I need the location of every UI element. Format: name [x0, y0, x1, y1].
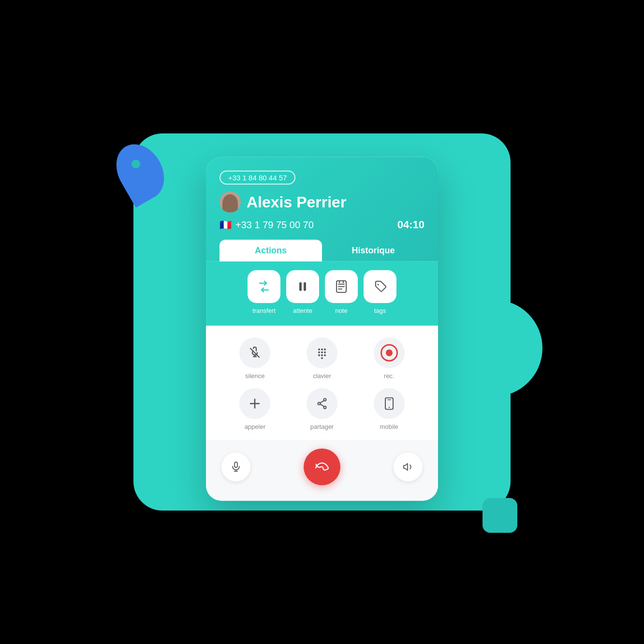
svg-point-18 [388, 407, 389, 408]
caller-name: Alexis Perrier [247, 193, 346, 211]
mobile-icon-wrap [374, 388, 405, 419]
hangup-button[interactable] [304, 449, 340, 485]
keypad-icon-wrap [307, 337, 337, 368]
phone-header: +33 1 84 80 44 57 Alexis Perrier 🇫🇷 +33 … [206, 157, 438, 262]
speaker-icon [402, 461, 414, 473]
pause-icon [295, 279, 310, 294]
keypad-icon [316, 347, 328, 359]
mobile-label: mobile [380, 423, 398, 430]
action-transfert[interactable]: transfert [248, 270, 280, 314]
plus-icon-wrap [239, 388, 270, 419]
svg-point-16 [323, 406, 326, 409]
sec-clavier[interactable]: clavier [307, 337, 337, 380]
svg-rect-19 [234, 462, 237, 468]
call-info-row: 🇫🇷 +33 1 79 75 00 70 04:10 [220, 219, 424, 233]
secondary-grid: silence [221, 337, 423, 430]
svg-point-8 [321, 351, 323, 353]
record-icon-wrap [374, 337, 405, 368]
tag-icon-wrap [364, 270, 396, 303]
deco-halfcircle-right [484, 300, 542, 396]
call-controls [206, 440, 438, 501]
svg-point-12 [324, 354, 326, 356]
action-attente[interactable]: attente [286, 270, 319, 314]
svg-point-6 [324, 349, 326, 351]
tags-label: tags [374, 307, 386, 314]
scene: +33 1 84 80 44 57 Alexis Perrier 🇫🇷 +33 … [0, 0, 644, 644]
svg-point-9 [324, 351, 326, 353]
mic-off-icon-wrap [239, 337, 270, 368]
plus-icon [249, 397, 261, 410]
deco-dot-topleft [132, 160, 140, 168]
note-label: note [335, 307, 347, 314]
note-icon [335, 279, 348, 294]
tab-historique[interactable]: Historique [322, 240, 424, 262]
rec-label: rec. [384, 372, 395, 380]
mobile-icon [384, 397, 395, 410]
sec-silence[interactable]: silence [239, 337, 270, 380]
share-icon [316, 397, 328, 410]
sec-rec[interactable]: rec. [374, 337, 405, 380]
tab-actions[interactable]: Actions [220, 240, 322, 262]
mic-icon [230, 461, 242, 473]
transfer-icon [257, 279, 271, 294]
svg-point-4 [318, 349, 320, 351]
secondary-section: silence [206, 326, 438, 440]
appeler-label: appeler [245, 423, 265, 430]
svg-point-5 [321, 349, 323, 351]
call-timer: 04:10 [397, 219, 424, 231]
caller-row: Alexis Perrier [220, 191, 424, 213]
svg-point-10 [318, 354, 320, 356]
svg-point-3 [378, 284, 379, 285]
tabs-row: Actions Historique [220, 240, 424, 262]
svg-point-7 [318, 351, 320, 353]
svg-rect-0 [299, 282, 302, 291]
action-note[interactable]: note [325, 270, 358, 314]
note-icon-wrap [325, 270, 358, 303]
phone-number-badge: +33 1 84 80 44 57 [220, 171, 295, 185]
sec-appeler[interactable]: appeler [239, 388, 270, 430]
tag-icon [373, 280, 387, 293]
share-icon-wrap [307, 388, 337, 419]
silence-label: silence [245, 372, 264, 380]
mic-off-icon [249, 347, 261, 359]
transfer-icon-wrap [248, 270, 280, 303]
transfert-label: transfert [252, 307, 276, 314]
svg-point-11 [321, 354, 323, 356]
actions-grid: transfert attente [216, 270, 428, 314]
mic-button[interactable] [221, 453, 250, 482]
record-icon [381, 344, 398, 362]
pause-icon-wrap [286, 270, 319, 303]
svg-rect-1 [304, 282, 306, 291]
sec-partager[interactable]: partager [307, 388, 337, 430]
call-number: 🇫🇷 +33 1 79 75 00 70 [220, 219, 314, 231]
speaker-button[interactable] [394, 453, 423, 482]
partager-label: partager [310, 423, 334, 430]
phone-hangup-icon [315, 462, 329, 472]
sec-mobile[interactable]: mobile [374, 388, 405, 430]
action-tags[interactable]: tags [364, 270, 396, 314]
actions-section: transfert attente [206, 262, 438, 326]
deco-square-bottomright [483, 498, 517, 533]
attente-label: attente [293, 307, 312, 314]
flag-icon: 🇫🇷 [220, 219, 232, 231]
clavier-label: clavier [313, 372, 331, 380]
phone-card: +33 1 84 80 44 57 Alexis Perrier 🇫🇷 +33 … [206, 157, 438, 501]
avatar [220, 191, 241, 213]
svg-point-14 [323, 398, 326, 401]
svg-point-13 [321, 357, 323, 359]
